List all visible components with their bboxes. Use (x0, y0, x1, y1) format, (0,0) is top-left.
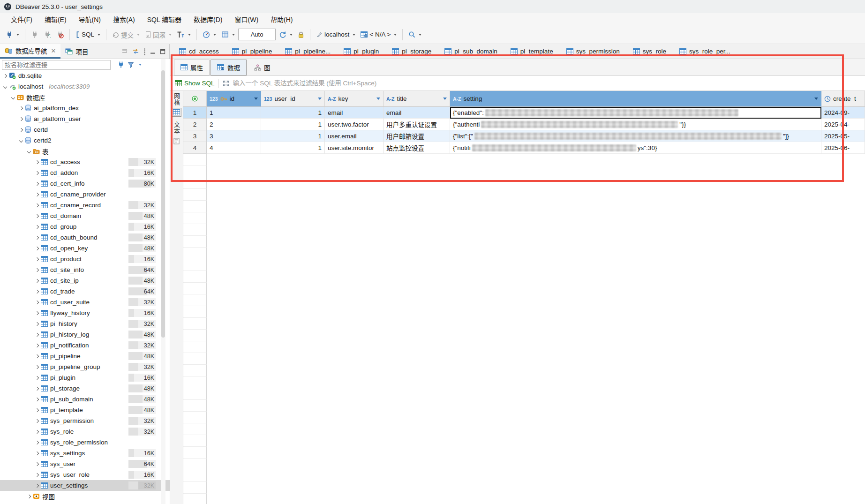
tree-item-sys_role_permission[interactable]: sys_role_permission (0, 437, 170, 448)
tree-item-certd2[interactable]: certd2 (0, 135, 170, 146)
chevron-right-icon[interactable] (35, 408, 39, 412)
chevron-right-icon[interactable] (35, 473, 39, 476)
menu-item-5[interactable]: 数据库(D) (188, 13, 228, 25)
cell-key[interactable]: user.two.factor (325, 119, 384, 130)
commit-button[interactable]: 提交 (110, 29, 142, 41)
tree-item-数据库[interactable]: 数据库 (0, 92, 170, 103)
tree-item-ai_platform_user[interactable]: ai_platform_user (0, 113, 170, 124)
tree-item-flyway_history[interactable]: flyway_history16K (0, 308, 170, 318)
editor-tab-sys_permission[interactable]: sys_permission (564, 44, 630, 59)
tree-item-pi_history[interactable]: pi_history32K (0, 318, 170, 329)
tree-item-pi_pipeline[interactable]: pi_pipeline48K (0, 351, 170, 361)
connection-selector[interactable]: localhost (314, 30, 357, 39)
chevron-down-icon[interactable] (3, 84, 7, 88)
cell-id[interactable]: 2 (207, 119, 261, 130)
empty-row-number[interactable] (183, 294, 207, 306)
chevron-right-icon[interactable] (35, 397, 39, 401)
chevron-right-icon[interactable] (35, 300, 39, 304)
cell-key[interactable]: email (325, 107, 384, 119)
subtab-data[interactable]: 3">数据 (211, 60, 247, 75)
connection-filter-input[interactable] (2, 60, 111, 70)
presentation-grid[interactable]: 网格 (172, 93, 181, 117)
scrollbar-thumb[interactable] (161, 70, 165, 338)
tree-item-表[interactable]: 表 (0, 146, 170, 157)
tree-item-cd_addon[interactable]: cd_addon16K (0, 167, 170, 178)
cell-id[interactable]: 3 (207, 130, 261, 142)
cell-title[interactable]: 用户多重认证设置 (384, 119, 450, 130)
empty-row-number[interactable] (183, 353, 207, 365)
editor-tab-pi_plugin[interactable]: pi_plugin (341, 44, 389, 59)
empty-row-number[interactable] (183, 494, 207, 504)
chevron-right-icon[interactable] (35, 171, 39, 174)
empty-row-number[interactable] (183, 330, 207, 341)
select-all-radio-icon[interactable] (192, 96, 198, 102)
table-row[interactable]: 441user.site.monitor站点监控设置{"notifiys":30… (183, 142, 865, 154)
tree-item-cd_cname_record[interactable]: cd_cname_record32K (0, 200, 170, 211)
chevron-right-icon[interactable] (35, 343, 39, 347)
menu-item-7[interactable]: 帮助(H) (264, 13, 299, 25)
tree-item-certd[interactable]: certd (0, 124, 170, 135)
grid-tools-button[interactable] (219, 30, 237, 39)
editor-tab-pi_pipeline[interactable]: pi_pipeline... (282, 44, 341, 59)
empty-row-number[interactable] (183, 212, 207, 224)
cell-setting[interactable]: {"authenti"}} (450, 119, 821, 130)
reconnect-button[interactable]: 0 16 16"> (42, 30, 53, 40)
empty-row-number[interactable] (183, 447, 207, 459)
cell-title[interactable]: 用户邮箱设置 (384, 130, 450, 142)
empty-row-number[interactable] (183, 423, 207, 435)
tree-item-cd_access[interactable]: cd_access32K (0, 157, 170, 167)
column-header-id[interactable]: 123id (207, 91, 261, 107)
chevron-right-icon[interactable] (35, 160, 39, 164)
chevron-right-icon[interactable] (35, 278, 39, 282)
transaction-mode-button[interactable] (175, 30, 193, 40)
chevron-right-icon[interactable] (35, 451, 39, 455)
tree-item-pi_pipeline_group[interactable]: pi_pipeline_group32K (0, 361, 170, 372)
menu-item-6[interactable]: 窗口(W) (229, 13, 265, 25)
refresh-button[interactable] (277, 30, 294, 40)
tree-item-sys_settings[interactable]: sys_settings16K (0, 448, 170, 459)
empty-row-number[interactable] (183, 259, 207, 271)
chevron-right-icon[interactable] (35, 268, 39, 271)
column-header-setting[interactable]: A-Zsetting (450, 91, 821, 107)
row-number[interactable]: 4 (183, 142, 207, 154)
tree-item-ai_platform_dex[interactable]: ai_platform_dex (0, 103, 170, 113)
chevron-right-icon[interactable] (3, 74, 7, 77)
chevron-right-icon[interactable] (35, 181, 39, 185)
filter-icon[interactable] (128, 62, 134, 68)
chevron-right-icon[interactable] (35, 235, 39, 239)
chevron-right-icon[interactable] (35, 462, 39, 466)
chevron-down-icon[interactable] (27, 149, 31, 153)
empty-row-number[interactable] (183, 341, 207, 353)
abort-connection-button[interactable]: 0 16 16"> (54, 30, 66, 40)
empty-row-number[interactable] (183, 376, 207, 388)
chevron-right-icon[interactable] (35, 332, 39, 336)
menu-item-4[interactable]: SQL 编辑器 (141, 13, 188, 25)
subtab-diagram[interactable]: 图 (248, 60, 277, 75)
empty-row-number[interactable] (183, 435, 207, 447)
empty-row-number[interactable] (183, 388, 207, 400)
connect-button[interactable] (4, 30, 21, 40)
tree-item-db.sqlite[interactable]: db.sqlite (0, 70, 170, 81)
column-header-user_id[interactable]: 123user_id (261, 91, 325, 107)
cell-create-time[interactable]: 2025-05- (821, 130, 865, 142)
editor-tab-pi_sub_domain[interactable]: pi_sub_domain (442, 44, 508, 59)
disconnect-button[interactable] (29, 30, 40, 40)
sort-caret-icon[interactable] (376, 98, 380, 100)
link-with-editor-icon[interactable] (132, 48, 139, 54)
chevron-right-icon[interactable] (35, 440, 39, 444)
search-button[interactable] (406, 30, 423, 39)
chevron-right-icon[interactable] (35, 354, 39, 358)
chevron-right-icon[interactable] (35, 365, 39, 369)
tree-item-cd_open_key[interactable]: cd_open_key48K (0, 243, 170, 254)
editor-tab-sys_role[interactable]: sys_role (630, 44, 677, 59)
presentation-text[interactable]: 文本 (172, 121, 181, 146)
menu-item-0[interactable]: 文件(F) (5, 13, 38, 25)
chevron-right-icon[interactable] (35, 419, 39, 422)
tree-item-user_settings[interactable]: user_settings32K (0, 480, 170, 491)
empty-row-number[interactable] (183, 365, 207, 376)
close-icon[interactable]: ✕ (51, 47, 56, 54)
tree-item-pi_sub_domain[interactable]: pi_sub_domain48K (0, 394, 170, 405)
commit-mode-combo[interactable]: Auto (238, 29, 276, 40)
tree-item-cd_oauth_bound[interactable]: cd_oauth_bound48K (0, 232, 170, 243)
tree-item-cd_site_info[interactable]: cd_site_info64K (0, 264, 170, 275)
